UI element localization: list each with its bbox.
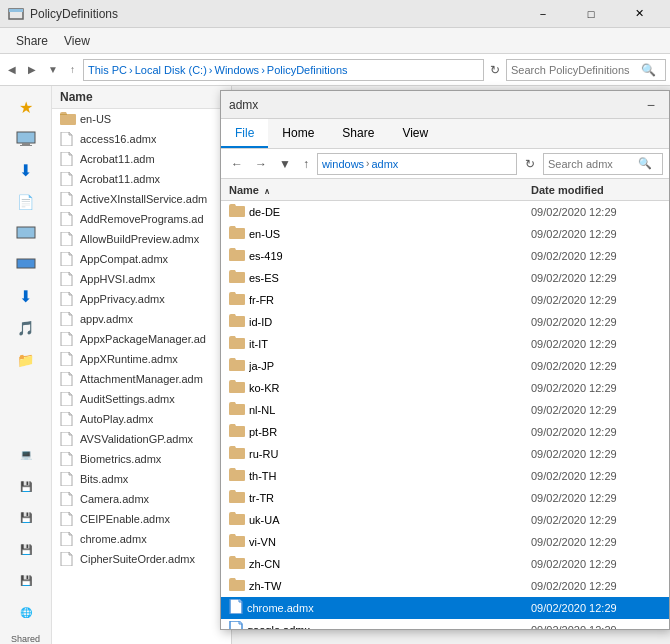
- list-item[interactable]: AppHVSI.admx: [52, 269, 231, 289]
- table-row[interactable]: fr-FR09/02/2020 12:29: [221, 289, 669, 311]
- admx-breadcrumb-windows[interactable]: windows: [322, 158, 364, 170]
- nav-desktop2[interactable]: [8, 220, 44, 248]
- breadcrumb-localdisk[interactable]: Local Disk (C:): [135, 64, 207, 76]
- list-item[interactable]: CipherSuiteOrder.admx: [52, 549, 231, 569]
- nav-download[interactable]: ⬇: [8, 157, 44, 185]
- list-item[interactable]: AddRemovePrograms.ad: [52, 209, 231, 229]
- list-item[interactable]: access16.admx: [52, 129, 231, 149]
- list-item[interactable]: AllowBuildPreview.admx: [52, 229, 231, 249]
- breadcrumb-windows[interactable]: Windows: [215, 64, 260, 76]
- recent-button[interactable]: ▼: [44, 63, 62, 76]
- breadcrumb-pc[interactable]: This PC: [88, 64, 127, 76]
- table-row[interactable]: vi-VN09/02/2020 12:29: [221, 531, 669, 553]
- file-date: 09/02/2020 12:29: [531, 426, 661, 438]
- breadcrumb: This PC › Local Disk (C:) › Windows › Po…: [83, 59, 484, 81]
- nav-drive-v[interactable]: 💾: [8, 567, 44, 595]
- nav-music[interactable]: 🎵: [8, 315, 44, 343]
- table-row[interactable]: zh-TW09/02/2020 12:29: [221, 575, 669, 597]
- nav-star[interactable]: ★: [8, 94, 44, 122]
- admx-recent-button[interactable]: ▼: [275, 155, 295, 173]
- list-item[interactable]: AutoPlay.admx: [52, 409, 231, 429]
- nav-download2[interactable]: ⬇: [8, 283, 44, 311]
- window-controls: − □ ✕: [520, 0, 662, 28]
- nav-drive-c[interactable]: 💾: [8, 472, 44, 500]
- list-item[interactable]: AttachmentManager.adm: [52, 369, 231, 389]
- admx-tab-share[interactable]: Share: [328, 119, 388, 148]
- table-row[interactable]: ko-KR09/02/2020 12:29: [221, 377, 669, 399]
- table-row[interactable]: th-TH09/02/2020 12:29: [221, 465, 669, 487]
- back-button[interactable]: ◀: [4, 63, 20, 76]
- list-item[interactable]: CEIPEnable.admx: [52, 509, 231, 529]
- doc-icon: [229, 599, 247, 617]
- search-input[interactable]: [511, 64, 641, 76]
- list-item[interactable]: AppCompat.admx: [52, 249, 231, 269]
- nav-shared[interactable]: 🌐: [8, 598, 44, 626]
- list-item[interactable]: AVSValidationGP.admx: [52, 429, 231, 449]
- admx-date-col[interactable]: Date modified: [531, 184, 661, 196]
- admx-back-button[interactable]: ←: [227, 155, 247, 173]
- list-item[interactable]: Biometrics.admx: [52, 449, 231, 469]
- list-item[interactable]: Camera.admx: [52, 489, 231, 509]
- folder-icon: [229, 226, 249, 242]
- nav-drive-x[interactable]: 💾: [8, 535, 44, 563]
- ribbon-share-button[interactable]: Share: [8, 32, 56, 50]
- table-row[interactable]: id-ID09/02/2020 12:29: [221, 311, 669, 333]
- nav-this-pc[interactable]: 💻: [8, 441, 44, 469]
- admx-name-col[interactable]: Name ∧: [229, 184, 531, 196]
- admx-forward-button[interactable]: →: [251, 155, 271, 173]
- table-row[interactable]: de-DE09/02/2020 12:29: [221, 201, 669, 223]
- refresh-button[interactable]: ↻: [488, 61, 502, 79]
- admx-up-button[interactable]: ↑: [299, 155, 313, 173]
- nav-doc[interactable]: 📄: [8, 189, 44, 217]
- admx-content: Name ∧ Date modified de-DE09/02/2020 12:…: [221, 179, 669, 629]
- breadcrumb-policydefinitions[interactable]: PolicyDefinitions: [267, 64, 348, 76]
- table-row[interactable]: es-41909/02/2020 12:29: [221, 245, 669, 267]
- list-item[interactable]: AppxPackageManager.ad: [52, 329, 231, 349]
- list-item[interactable]: ActiveXInstallService.adm: [52, 189, 231, 209]
- table-row[interactable]: zh-CN09/02/2020 12:29: [221, 553, 669, 575]
- file-name: AttachmentManager.adm: [80, 373, 203, 385]
- list-item[interactable]: en-US: [52, 109, 231, 129]
- doc-icon: [60, 152, 76, 166]
- nav-desktop[interactable]: [8, 126, 44, 154]
- admx-refresh-button[interactable]: ↻: [521, 155, 539, 173]
- table-row[interactable]: uk-UA09/02/2020 12:29: [221, 509, 669, 531]
- table-row[interactable]: es-ES09/02/2020 12:29: [221, 267, 669, 289]
- admx-close-button[interactable]: −: [641, 91, 661, 119]
- table-row[interactable]: en-US09/02/2020 12:29: [221, 223, 669, 245]
- nav-file[interactable]: 📁: [8, 346, 44, 374]
- doc-icon: [60, 392, 76, 406]
- admx-search-input[interactable]: [548, 158, 638, 170]
- name-column-header[interactable]: Name: [60, 90, 93, 104]
- list-item[interactable]: AppXRuntime.admx: [52, 349, 231, 369]
- list-item[interactable]: Acrobat11.adm: [52, 149, 231, 169]
- list-item[interactable]: appv.admx: [52, 309, 231, 329]
- nav-drive-d[interactable]: 💾: [8, 504, 44, 532]
- list-item[interactable]: AuditSettings.admx: [52, 389, 231, 409]
- list-item[interactable]: Acrobat11.admx: [52, 169, 231, 189]
- admx-breadcrumb-admx[interactable]: admx: [371, 158, 398, 170]
- admx-tab-file[interactable]: File: [221, 119, 268, 148]
- table-row[interactable]: chrome.admx09/02/2020 12:29: [221, 597, 669, 619]
- ribbon-view-button[interactable]: View: [56, 32, 98, 50]
- admx-tab-home[interactable]: Home: [268, 119, 328, 148]
- nav-desktop3[interactable]: [8, 252, 44, 280]
- table-row[interactable]: it-IT09/02/2020 12:29: [221, 333, 669, 355]
- list-item[interactable]: AppPrivacy.admx: [52, 289, 231, 309]
- table-row[interactable]: tr-TR09/02/2020 12:29: [221, 487, 669, 509]
- admx-tab-view[interactable]: View: [388, 119, 442, 148]
- table-row[interactable]: ja-JP09/02/2020 12:29: [221, 355, 669, 377]
- table-row[interactable]: nl-NL09/02/2020 12:29: [221, 399, 669, 421]
- table-row[interactable]: pt-BR09/02/2020 12:29: [221, 421, 669, 443]
- maximize-button[interactable]: □: [568, 0, 614, 28]
- up-button[interactable]: ↑: [66, 63, 79, 76]
- list-item[interactable]: Bits.admx: [52, 469, 231, 489]
- forward-button[interactable]: ▶: [24, 63, 40, 76]
- close-button[interactable]: ✕: [616, 0, 662, 28]
- file-name: zh-CN: [249, 558, 531, 570]
- list-item[interactable]: chrome.admx: [52, 529, 231, 549]
- table-row[interactable]: google.admx09/02/2020 12:29: [221, 619, 669, 629]
- minimize-button[interactable]: −: [520, 0, 566, 28]
- file-date: 09/02/2020 12:29: [531, 536, 661, 548]
- table-row[interactable]: ru-RU09/02/2020 12:29: [221, 443, 669, 465]
